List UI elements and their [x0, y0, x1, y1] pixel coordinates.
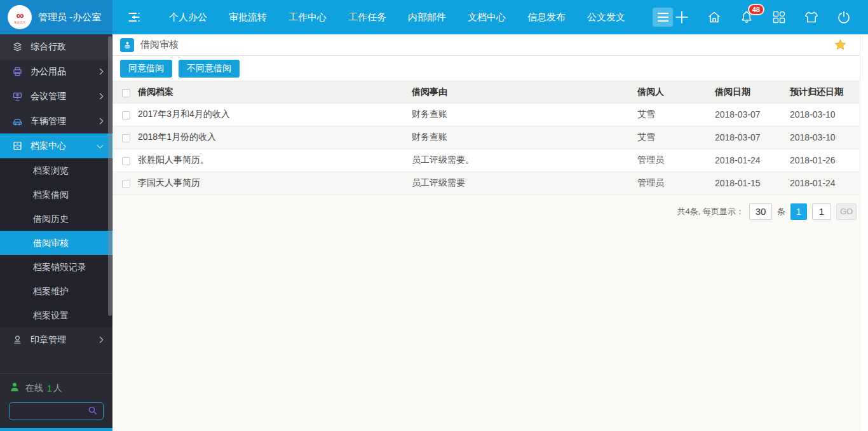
- add-icon[interactable]: [674, 10, 689, 25]
- cell-return-date: 2018-01-26: [790, 149, 859, 172]
- row-checkbox[interactable]: [122, 134, 130, 142]
- cell-return-date: 2018-03-10: [790, 103, 859, 126]
- nav-item-document-center[interactable]: 文档中心: [457, 0, 517, 34]
- cell-borrow-date: 2018-01-15: [715, 172, 790, 195]
- goto-page-input[interactable]: [812, 203, 831, 220]
- sidebar-item-label: 车辆管理: [31, 116, 66, 127]
- cell-document: 张胜阳人事简历。: [138, 149, 412, 172]
- cell-borrower: 艾雪: [637, 103, 715, 126]
- sidebar-subitem-archive-borrow[interactable]: 档案借阅: [0, 182, 112, 207]
- notifications-bell-icon[interactable]: 48: [739, 10, 754, 25]
- sidebar-item-vehicle-management[interactable]: 车辆管理: [0, 109, 112, 133]
- sidebar-subitem-borrow-review[interactable]: 借阅审核: [0, 231, 112, 255]
- sidebar-search-input[interactable]: [15, 407, 87, 416]
- nav-item-work-tasks[interactable]: 工作任务: [337, 0, 397, 34]
- sidebar-scrollbar[interactable]: [108, 36, 112, 316]
- approve-borrow-button[interactable]: 同意借阅: [120, 60, 172, 78]
- sidebar-subitem-archive-destroy-records[interactable]: 档案销毁记录: [0, 255, 112, 279]
- table-row[interactable]: 李国天人事简历 员工评级需要 管理员 2018-01-15 2018-01-24: [112, 172, 859, 195]
- topbar: ∞ 华天动力 管理员 -办公室 个人办公 审批流转 工作中心 工作任务 内部邮件…: [0, 0, 868, 34]
- cell-document: 2018年1月份的收入: [138, 126, 412, 149]
- search-icon[interactable]: [87, 405, 98, 418]
- sidebar-item-seal-management[interactable]: 印章管理: [0, 327, 112, 352]
- online-users-row: 在线 1 人: [0, 374, 112, 400]
- page-title-stamp-icon: [120, 38, 134, 52]
- nav-item-internal-mail[interactable]: 内部邮件: [397, 0, 457, 34]
- cell-borrower: 管理员: [637, 149, 715, 172]
- chevron-right-icon: [97, 93, 104, 100]
- sidebar-item-label: 印章管理: [31, 334, 66, 346]
- logo-symbol: ∞: [16, 10, 23, 21]
- logo-caption: 华天动力: [14, 21, 25, 24]
- online-count: 1: [47, 383, 52, 393]
- cell-reason: 员工评级需要。: [412, 149, 637, 172]
- page-header: 借阅审核: [112, 34, 868, 56]
- chevron-right-icon: [97, 337, 104, 343]
- row-checkbox[interactable]: [122, 111, 130, 120]
- sidebar-bottom-strip: [0, 428, 112, 431]
- sidebar-item-meeting-management[interactable]: 会议管理: [0, 84, 112, 109]
- sidebar-collapse-icon[interactable]: [126, 10, 142, 24]
- pagination-summary: 共4条, 每页显示：: [677, 206, 744, 217]
- topbar-action-icons: 48: [674, 10, 868, 25]
- printer-icon: [11, 66, 23, 77]
- archive-center-submenu: 档案浏览 档案借阅 借阅历史 借阅审核 档案销毁记录 档案维护 档案设置: [0, 158, 112, 327]
- nav-item-approval-flow[interactable]: 审批流转: [218, 0, 278, 34]
- layers-icon: [11, 41, 23, 52]
- page-number-button[interactable]: 1: [790, 203, 807, 220]
- sidebar-item-general-admin[interactable]: 综合行政: [0, 34, 112, 59]
- top-navigation: 个人办公 审批流转 工作中心 工作任务 内部邮件 文档中心 信息发布 公文发文: [158, 0, 673, 34]
- table-row[interactable]: 2017年3月和4月的收入 财务查账 艾雪 2018-03-07 2018-03…: [112, 103, 859, 126]
- select-all-checkbox[interactable]: [122, 89, 130, 97]
- pagination-bar: 共4条, 每页显示： 条 1 GO: [112, 203, 868, 220]
- sidebar-item-label: 会议管理: [31, 91, 66, 102]
- current-user-label: 管理员 -办公室: [38, 11, 101, 24]
- chevron-down-icon: [97, 142, 104, 148]
- page-title: 借阅审核: [140, 39, 179, 51]
- sidebar-subitem-archive-browse[interactable]: 档案浏览: [0, 158, 112, 182]
- nav-item-work-center[interactable]: 工作中心: [278, 0, 337, 34]
- home-icon[interactable]: [707, 10, 722, 25]
- reject-borrow-button[interactable]: 不同意借阅: [179, 60, 240, 78]
- online-suffix: 人: [53, 383, 62, 394]
- col-header-document: 借阅档案: [138, 81, 412, 103]
- sidebar-item-archive-center[interactable]: 档案中心: [0, 133, 112, 158]
- go-button[interactable]: GO: [836, 203, 857, 220]
- theme-shirt-icon[interactable]: [804, 10, 819, 25]
- apps-grid-icon[interactable]: [771, 10, 787, 25]
- sidebar-subitem-archive-settings[interactable]: 档案设置: [0, 303, 112, 327]
- cell-return-date: 2018-03-10: [790, 126, 859, 149]
- page-size-input[interactable]: [749, 203, 772, 220]
- company-logo[interactable]: ∞ 华天动力: [8, 5, 32, 29]
- table-row[interactable]: 2018年1月份的收入 财务查账 艾雪 2018-03-07 2018-03-1…: [112, 126, 859, 149]
- nav-item-personal-office[interactable]: 个人办公: [158, 0, 218, 34]
- nav-item-info-publish[interactable]: 信息发布: [517, 0, 576, 34]
- action-toolbar: 同意借阅 不同意借阅: [112, 56, 868, 81]
- borrow-review-table: 借阅档案 借阅事由 借阅人 借阅日期 预计归还日期 2017年3月和4月的收入 …: [112, 81, 859, 195]
- more-menu-icon[interactable]: [653, 8, 673, 27]
- row-checkbox[interactable]: [122, 180, 130, 188]
- sidebar: 综合行政 办公用品 会议管理 车辆管理: [0, 34, 112, 431]
- sidebar-subitem-borrow-history[interactable]: 借阅历史: [0, 207, 112, 231]
- cell-document: 2017年3月和4月的收入: [138, 103, 412, 126]
- table-row[interactable]: 张胜阳人事简历。 员工评级需要。 管理员 2018-01-24 2018-01-…: [112, 149, 859, 172]
- sidebar-subitem-archive-maintenance[interactable]: 档案维护: [0, 279, 112, 303]
- vertical-scrollbar-track[interactable]: [860, 34, 868, 431]
- online-person-icon: [9, 381, 20, 395]
- row-checkbox[interactable]: [122, 157, 130, 165]
- nav-item-official-docs[interactable]: 公文发文: [576, 0, 636, 34]
- power-logout-icon[interactable]: [836, 10, 851, 25]
- sidebar-item-label: 档案中心: [31, 140, 66, 152]
- brand-area: ∞ 华天动力 管理员 -办公室: [0, 0, 112, 34]
- notification-count-badge: 48: [748, 4, 764, 15]
- cell-reason: 员工评级需要: [412, 172, 637, 195]
- main-content: 借阅审核 同意借阅 不同意借阅 借阅档案 借阅事由 借阅人 借阅日期 预计归还日…: [112, 34, 868, 431]
- cell-borrow-date: 2018-03-07: [715, 126, 790, 149]
- favorite-star-icon[interactable]: [834, 39, 846, 53]
- cell-borrower: 艾雪: [637, 126, 715, 149]
- cell-borrow-date: 2018-03-07: [715, 103, 790, 126]
- online-label: 在线: [25, 383, 43, 394]
- sidebar-item-office-supplies[interactable]: 办公用品: [0, 59, 112, 84]
- archive-cabinet-icon: [11, 140, 23, 151]
- chevron-right-icon: [97, 118, 104, 125]
